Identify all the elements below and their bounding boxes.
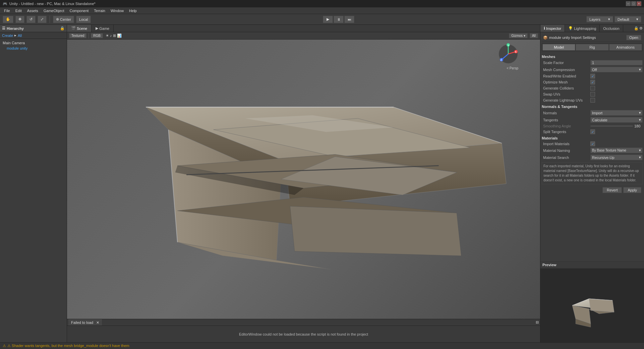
- tangents-dropdown[interactable]: Calculate ▾: [590, 117, 643, 123]
- swap-uvs-checkbox[interactable]: [590, 92, 595, 97]
- optimize-mesh-row: Optimize Mesh: [542, 79, 643, 85]
- window-controls[interactable]: ─ □ ✕: [626, 1, 641, 6]
- layout-dropdown-arrow: ▾: [636, 17, 638, 21]
- tangents-row: Tangents Calculate ▾: [542, 116, 643, 123]
- menu-window[interactable]: Window: [108, 7, 126, 14]
- space-local-btn[interactable]: Local: [76, 16, 91, 23]
- hierarchy-item-main-camera[interactable]: Main Camera: [1, 40, 65, 46]
- create-label[interactable]: Create: [2, 34, 13, 38]
- close-tab-icon[interactable]: ✕: [96, 321, 99, 325]
- rgb-btn[interactable]: RGB: [91, 33, 103, 38]
- resize-handle: ⊟: [102, 320, 539, 325]
- settings-icon[interactable]: ⚙: [639, 26, 643, 31]
- asset-title: module unity Import Settings: [549, 36, 596, 40]
- hand-tool-btn[interactable]: ✋: [3, 16, 13, 23]
- pivot-center-btn[interactable]: ⊕ Center: [53, 16, 74, 23]
- generate-lightmap-label: Generate Lightmap UVs: [542, 98, 590, 102]
- hierarchy-item-module-unity[interactable]: module unity: [5, 46, 65, 51]
- svg-text:Z: Z: [501, 59, 502, 61]
- optimize-mesh-checkbox[interactable]: [590, 80, 595, 84]
- mesh-compression-dropdown[interactable]: Off ▾: [590, 67, 643, 72]
- stats-icon[interactable]: 📊: [117, 34, 122, 38]
- toolbar-sep-1: [50, 16, 50, 23]
- hierarchy-title: Hierarchy: [7, 26, 24, 31]
- rotate-tool-btn[interactable]: ↺: [26, 16, 36, 23]
- svg-marker-28: [589, 299, 614, 312]
- read-write-row: Read/Write Enabled: [542, 73, 643, 79]
- menu-edit[interactable]: Edit: [13, 7, 24, 14]
- step-btn[interactable]: ⏭: [344, 16, 354, 23]
- status-bar: ⚠ ⚠ Shader wants tangents, but the mesh …: [0, 342, 644, 349]
- all-label[interactable]: All: [18, 34, 22, 38]
- import-tabs: Model Rig Animations: [542, 43, 643, 51]
- layout-dropdown[interactable]: Default ▾: [614, 16, 641, 22]
- hierarchy-lock-icon[interactable]: 🔒: [60, 26, 65, 31]
- viewport-split: 🎬 Scene ▶ Game Textured RGB ☀ ♪ ⊞ 📊 Gizm…: [67, 25, 540, 342]
- revert-btn[interactable]: Revert: [602, 187, 622, 193]
- light-icon[interactable]: ☀: [106, 34, 109, 38]
- generate-colliders-row: Generate Colliders: [542, 85, 643, 91]
- smoothing-slider-track[interactable]: [590, 125, 633, 127]
- textured-btn[interactable]: Textured: [69, 33, 86, 38]
- preview-header: Preview: [540, 261, 644, 269]
- material-naming-dropdown[interactable]: By Base Texture Name ▾: [590, 148, 643, 153]
- layers-dropdown[interactable]: Layers ▾: [586, 16, 613, 22]
- dropdown-arrow-icon: ▾: [639, 67, 641, 72]
- asset-header: 📦 module unity Import Settings Open: [542, 34, 643, 42]
- error-area: EditorWindow could not be loaded because…: [67, 326, 540, 342]
- menu-gameobject[interactable]: GameObject: [41, 7, 67, 14]
- import-tab-model[interactable]: Model: [542, 44, 575, 51]
- move-tool-btn[interactable]: ✥: [15, 16, 24, 23]
- read-write-checkbox[interactable]: [590, 74, 595, 78]
- materials-info-text: For each imported material, Unity first …: [542, 162, 643, 184]
- smoothing-angle-value: 180: [634, 124, 643, 128]
- toolbar-sep: [89, 33, 89, 39]
- overlay-icon[interactable]: ⊞: [113, 34, 116, 38]
- menu-help[interactable]: Help: [126, 7, 139, 14]
- open-asset-btn[interactable]: Open: [626, 35, 641, 40]
- failed-load-tab[interactable]: Failed to load ✕: [68, 319, 102, 326]
- tab-scene[interactable]: 🎬 Scene: [67, 25, 92, 32]
- inspector-panel: ℹ Inspector 💡 Lightmapping Occlusion 🔒 ⚙…: [540, 25, 644, 342]
- viewport-toolbar: Textured RGB ☀ ♪ ⊞ 📊 Gizmos ▾ All: [67, 32, 540, 40]
- materials-section-title: Materials: [542, 135, 643, 141]
- preview-content: [540, 269, 644, 342]
- window-title: Unity - Untitled - new - PC, Mac & Linux…: [9, 2, 96, 6]
- split-tangents-checkbox[interactable]: [590, 129, 595, 134]
- tab-occlusion[interactable]: Occlusion: [600, 25, 623, 32]
- scale-factor-value[interactable]: 1: [590, 60, 643, 65]
- menu-bar: File Edit Assets GameObject Component Te…: [0, 7, 644, 14]
- audio-icon[interactable]: ♪: [110, 34, 112, 38]
- menu-file[interactable]: File: [1, 7, 13, 14]
- tab-inspector[interactable]: ℹ Inspector: [540, 25, 565, 32]
- import-tab-animations[interactable]: Animations: [609, 44, 642, 51]
- gizmos-btn[interactable]: Gizmos ▾: [509, 33, 528, 38]
- scene-viewport[interactable]: Y X Z < Persp: [67, 40, 540, 319]
- scale-factor-row: Scale Factor 1: [542, 59, 643, 66]
- maximize-btn[interactable]: □: [631, 1, 636, 6]
- apply-btn[interactable]: Apply: [623, 187, 641, 193]
- generate-colliders-checkbox[interactable]: [590, 86, 595, 91]
- menu-terrain[interactable]: Terrain: [91, 7, 108, 14]
- generate-lightmap-checkbox[interactable]: [590, 98, 595, 103]
- lock-icon[interactable]: 🔒: [634, 26, 639, 31]
- all-layers-btn[interactable]: All: [530, 33, 538, 38]
- menu-component[interactable]: Component: [67, 7, 91, 14]
- tab-lightmapping[interactable]: 💡 Lightmapping: [565, 25, 600, 32]
- minimize-btn[interactable]: ─: [626, 1, 631, 6]
- material-search-dropdown[interactable]: Recursive-Up ▾: [590, 155, 643, 160]
- scale-tool-btn[interactable]: ⤢: [38, 16, 47, 23]
- menu-assets[interactable]: Assets: [24, 7, 41, 14]
- close-btn[interactable]: ✕: [637, 1, 641, 6]
- tab-game[interactable]: ▶ Game: [92, 25, 114, 32]
- play-btn[interactable]: ▶: [323, 16, 333, 23]
- inspector-content: 📦 module unity Import Settings Open Mode…: [540, 32, 644, 261]
- normals-dropdown[interactable]: Import ▾: [590, 110, 643, 116]
- optimize-mesh-label: Optimize Mesh: [542, 80, 590, 84]
- import-materials-checkbox[interactable]: [590, 141, 595, 146]
- import-tab-rig[interactable]: Rig: [576, 44, 608, 51]
- material-naming-label: Material Naming: [542, 149, 590, 153]
- normals-section-title: Normals & Tangents: [542, 103, 643, 109]
- pause-btn[interactable]: ⏸: [334, 16, 344, 23]
- normals-label: Normals: [542, 111, 590, 115]
